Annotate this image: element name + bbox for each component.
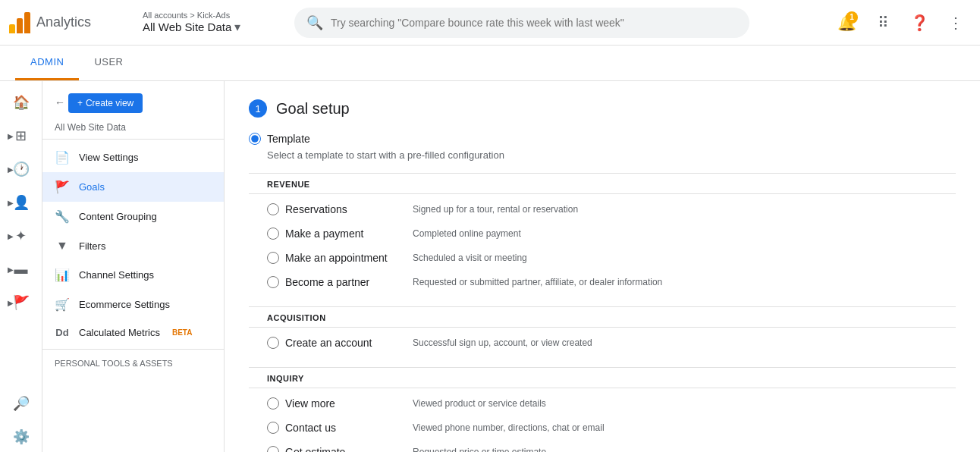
nav-realtime[interactable]: ▶ 🕐: [6, 154, 36, 184]
behavior-icon: ▬: [14, 262, 28, 278]
goals-flag-icon: 🚩: [55, 180, 70, 194]
dd-icon: Dd: [55, 327, 70, 338]
search-bar[interactable]: 🔍: [294, 8, 749, 38]
template-radio-row: Template: [249, 133, 956, 145]
reservations-radio[interactable]: [267, 203, 279, 215]
get-estimate-radio[interactable]: [267, 446, 279, 452]
template-label: Template: [267, 133, 310, 145]
cart-icon: 🛒: [55, 297, 70, 312]
expand-arrow-2: ▶: [8, 165, 14, 174]
become-partner-radio[interactable]: [267, 276, 279, 288]
account-area: All accounts > Kick-Ads All Web Site Dat…: [143, 11, 279, 34]
beta-badge: BETA: [172, 328, 192, 337]
tab-admin[interactable]: ADMIN: [15, 46, 79, 80]
category-inquiry: INQUIRY View more Viewed product or serv…: [249, 367, 956, 452]
make-appointment-radio[interactable]: [267, 252, 279, 264]
account-name: All Web Site Data: [143, 20, 231, 33]
nav-home[interactable]: 🏠: [6, 87, 36, 118]
filter-icon: ▼: [55, 239, 70, 253]
left-nav: 🏠 ▶ ⊞ ▶ 🕐 ▶ 👤 ▶ ✦ ▶ ▬ ▶ 🚩 🔎: [0, 81, 42, 452]
sidebar-item-goals[interactable]: 🚩 Goals: [42, 172, 224, 202]
reservations-desc: Signed up for a tour, rental or reservat…: [413, 204, 578, 215]
sidebar-item-label: Ecommerce Settings: [79, 299, 170, 310]
get-estimate-desc: Requested price or time estimate: [413, 447, 546, 452]
sidebar-item-label: View Settings: [79, 152, 139, 163]
become-partner-desc: Requested or submitted partner, affiliat…: [413, 277, 662, 287]
search-input[interactable]: [331, 17, 737, 29]
sidebar-item-calculated-metrics[interactable]: Dd Calculated Metrics BETA: [42, 319, 224, 346]
person-icon: 👤: [13, 194, 30, 211]
personal-tools-label: PERSONAL TOOLS & ASSETS: [42, 353, 224, 371]
expand-arrow-6: ▶: [8, 299, 14, 307]
template-desc: Select a template to start with a pre-fi…: [267, 149, 956, 161]
tab-user[interactable]: USER: [79, 46, 138, 80]
secondary-sidebar: ← + Create view All Web Site Data 📄 View…: [42, 81, 225, 452]
flag-icon: 🚩: [13, 294, 30, 311]
make-payment-desc: Completed online payment: [413, 228, 521, 239]
sidebar-item-view-settings[interactable]: 📄 View Settings: [42, 143, 224, 172]
expand-arrow-4: ▶: [8, 232, 14, 240]
template-radio[interactable]: [249, 133, 261, 145]
apps-button[interactable]: ⠿: [868, 8, 898, 38]
nav-audience[interactable]: ▶ 👤: [6, 187, 36, 218]
sidebar-item-label: Calculated Metrics: [79, 327, 160, 338]
more-button[interactable]: ⋮: [941, 8, 971, 38]
category-acquisition: ACQUISITION Create an account Successful…: [249, 306, 956, 355]
channel-icon: 📊: [55, 268, 70, 282]
expand-arrow-5: ▶: [8, 265, 14, 274]
goal-setup-header: 1 Goal setup: [249, 99, 956, 118]
view-more-desc: Viewed product or service details: [413, 398, 546, 409]
sidebar-item-label: Channel Settings: [79, 269, 154, 281]
category-revenue: REVENUE Reservations Signed up for a tou…: [249, 173, 956, 294]
create-view-button[interactable]: + Create view: [68, 93, 143, 113]
sidebar-divider: [42, 139, 224, 140]
make-appointment-name: Make an appointment: [285, 252, 407, 264]
sidebar-item-label: Filters: [79, 240, 105, 252]
goal-make-appointment: Make an appointment Scheduled a visit or…: [249, 246, 956, 270]
view-more-radio[interactable]: [267, 397, 279, 410]
sidebar-item-label: Goals: [79, 181, 105, 193]
goal-setup-title: Goal setup: [276, 100, 350, 118]
view-label: All Web Site Data: [42, 119, 224, 136]
main-layout: 🏠 ▶ ⊞ ▶ 🕐 ▶ 👤 ▶ ✦ ▶ ▬ ▶ 🚩 🔎: [0, 81, 980, 452]
goal-make-payment: Make a payment Completed online payment: [249, 221, 956, 246]
breadcrumb: All accounts > Kick-Ads: [143, 11, 279, 20]
sidebar-item-filters[interactable]: ▼ Filters: [42, 231, 224, 260]
create-account-radio[interactable]: [267, 337, 279, 349]
sidebar-item-channel-settings[interactable]: 📊 Channel Settings: [42, 260, 224, 290]
make-payment-radio[interactable]: [267, 228, 279, 240]
nav-acquisition[interactable]: ▶ ✦: [6, 221, 36, 251]
contact-us-radio[interactable]: [267, 422, 279, 434]
more-vert-icon: ⋮: [948, 14, 963, 32]
nav-behavior[interactable]: ▶ ▬: [6, 254, 36, 284]
contact-us-desc: Viewed phone number, directions, chat or…: [413, 422, 605, 433]
analytics-logo: [9, 12, 30, 33]
goal-contact-us: Contact us Viewed phone number, directio…: [249, 416, 956, 440]
help-button[interactable]: ❓: [904, 8, 934, 38]
category-revenue-label: REVENUE: [249, 173, 956, 194]
become-partner-name: Become a partner: [285, 276, 407, 288]
category-inquiry-label: INQUIRY: [249, 367, 956, 388]
nav-reports[interactable]: ▶ ⊞: [6, 121, 36, 151]
reports-icon: ⊞: [15, 127, 27, 144]
search-icon: 🔍: [306, 14, 323, 31]
back-icon: ←: [55, 96, 68, 108]
nav-settings[interactable]: ⚙️: [6, 422, 36, 452]
view-more-name: View more: [285, 397, 407, 410]
logo-area: Analytics: [9, 12, 130, 33]
create-account-desc: Successful sign up, account, or view cre…: [413, 337, 592, 348]
apps-icon: ⠿: [878, 14, 889, 32]
nav-search[interactable]: 🔎: [6, 388, 36, 419]
notification-button[interactable]: 🔔 1: [831, 8, 862, 38]
settings-icon: ⚙️: [13, 428, 30, 445]
goal-get-estimate: Get estimate Requested price or time est…: [249, 440, 956, 452]
chevron-down-icon: ▾: [234, 20, 240, 34]
sub-header: ADMIN USER: [0, 46, 980, 81]
sidebar-item-ecommerce[interactable]: 🛒 Ecommerce Settings: [42, 290, 224, 319]
contact-us-name: Contact us: [285, 422, 407, 434]
nav-conversions[interactable]: ▶ 🚩: [6, 287, 36, 318]
sidebar-item-label: Content Grouping: [79, 211, 157, 222]
account-selector[interactable]: All Web Site Data ▾: [143, 20, 279, 34]
sidebar-item-content-grouping[interactable]: 🔧 Content Grouping: [42, 202, 224, 231]
top-header: Analytics All accounts > Kick-Ads All We…: [0, 0, 980, 46]
